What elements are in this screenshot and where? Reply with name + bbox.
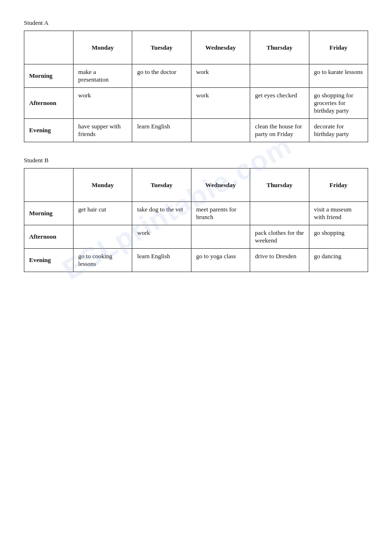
student-b-morning-friday: visit a museum with friend xyxy=(309,202,368,225)
student-a-evening-thursday: clean the house for party on Friday xyxy=(250,119,309,142)
student-b-evening-row: Evening go to cooking lessons learn Engl… xyxy=(24,249,368,272)
student-a-evening-friday: decorate for birthday party xyxy=(309,119,368,142)
student-b-header-row: Monday Tuesday Wednesday Thursday Friday xyxy=(24,168,368,202)
student-a-friday-header: Friday xyxy=(309,31,368,64)
student-b-evening-wednesday: go to yoga class xyxy=(191,249,250,272)
student-a-monday-header: Monday xyxy=(73,31,132,64)
student-a-tuesday-header: Tuesday xyxy=(132,31,191,64)
student-a-afternoon-tuesday xyxy=(132,88,191,119)
student-a-header-row: Monday Tuesday Wednesday Thursday Friday xyxy=(24,31,368,64)
student-b-tuesday-header: Tuesday xyxy=(132,168,191,202)
student-b-morning-tuesday: take dog to the vet xyxy=(132,202,191,225)
student-a-afternoon-monday: work xyxy=(73,88,132,119)
student-a-afternoon-friday: go shopping for groceries for birthday p… xyxy=(309,88,368,119)
student-a-wednesday-header: Wednesday xyxy=(191,31,250,64)
student-a-afternoon-row: Afternoon work work get eyes checked go … xyxy=(24,88,368,119)
student-b-afternoon-monday xyxy=(73,225,132,249)
student-b-evening-label: Evening xyxy=(24,249,74,272)
student-a-section: Student A Monday Tuesday Wednesday Thurs… xyxy=(24,19,368,142)
student-a-thursday-header: Thursday xyxy=(250,31,309,64)
student-a-morning-friday: go to karate lessons xyxy=(309,64,368,88)
student-b-evening-monday: go to cooking lessons xyxy=(73,249,132,272)
student-b-morning-thursday xyxy=(250,202,309,225)
student-b-corner xyxy=(24,168,74,202)
student-b-section: Student B Monday Tuesday Wednesday Thurs… xyxy=(24,157,368,272)
student-b-friday-header: Friday xyxy=(309,168,368,202)
student-a-evening-monday: have supper with friends xyxy=(73,119,132,142)
student-b-evening-tuesday: learn English xyxy=(132,249,191,272)
student-b-morning-row: Morning get hair cut take dog to the vet… xyxy=(24,202,368,225)
student-b-afternoon-wednesday xyxy=(191,225,250,249)
student-a-morning-wednesday: work xyxy=(191,64,250,88)
student-a-afternoon-label: Afternoon xyxy=(24,88,74,119)
student-b-morning-wednesday: meet parents for brunch xyxy=(191,202,250,225)
student-b-label: Student B xyxy=(24,157,368,164)
student-a-evening-wednesday xyxy=(191,119,250,142)
student-a-afternoon-wednesday: work xyxy=(191,88,250,119)
student-a-label: Student A xyxy=(24,19,368,27)
student-a-evening-tuesday: learn English xyxy=(132,119,191,142)
student-b-afternoon-label: Afternoon xyxy=(24,225,74,249)
student-a-morning-monday: make a presentation xyxy=(73,64,132,88)
student-b-afternoon-tuesday: work xyxy=(132,225,191,249)
student-b-morning-monday: get hair cut xyxy=(73,202,132,225)
student-a-morning-thursday xyxy=(250,64,309,88)
student-a-morning-row: Morning make a presentation go to the do… xyxy=(24,64,368,88)
student-b-afternoon-thursday: pack clothes for the weekend xyxy=(250,225,309,249)
student-a-morning-label: Morning xyxy=(24,64,74,88)
student-a-afternoon-thursday: get eyes checked xyxy=(250,88,309,119)
student-b-morning-label: Morning xyxy=(24,202,74,225)
student-b-afternoon-row: Afternoon work pack clothes for the week… xyxy=(24,225,368,249)
student-b-evening-friday: go dancing xyxy=(309,249,368,272)
student-a-table: Monday Tuesday Wednesday Thursday Friday… xyxy=(24,31,368,142)
student-b-monday-header: Monday xyxy=(73,168,132,202)
student-b-table: Monday Tuesday Wednesday Thursday Friday… xyxy=(24,168,368,272)
student-a-morning-tuesday: go to the doctor xyxy=(132,64,191,88)
student-a-corner xyxy=(24,31,74,64)
student-a-evening-row: Evening have supper with friends learn E… xyxy=(24,119,368,142)
student-a-evening-label: Evening xyxy=(24,119,74,142)
student-b-thursday-header: Thursday xyxy=(250,168,309,202)
student-b-wednesday-header: Wednesday xyxy=(191,168,250,202)
student-b-evening-thursday: drive to Dresden xyxy=(250,249,309,272)
student-b-afternoon-friday: go shopping xyxy=(309,225,368,249)
